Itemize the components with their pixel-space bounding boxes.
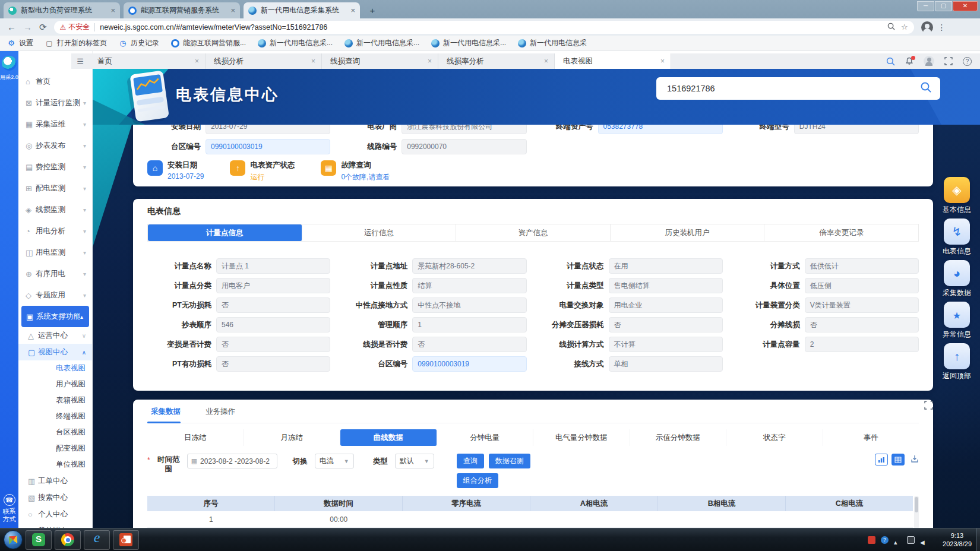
asset-search-box[interactable] xyxy=(656,77,940,100)
tab-close-icon[interactable]: × xyxy=(110,6,115,15)
type-select[interactable]: 默认 ▼ xyxy=(395,454,434,468)
sidebar-item[interactable]: 单位视图 xyxy=(18,457,92,473)
tray-icon[interactable] xyxy=(920,536,928,544)
sidebar-item[interactable]: 电表视图 xyxy=(18,360,92,376)
date-range-input[interactable]: ▦ 2023-08-2 -2023-08-2 xyxy=(187,454,277,468)
taskbar-app-button[interactable] xyxy=(26,530,52,550)
workspace-tab[interactable]: 首页 × xyxy=(89,53,206,69)
new-tab-button[interactable]: + xyxy=(365,4,380,17)
taskbar-app-button[interactable] xyxy=(84,530,110,550)
sidebar-item[interactable]: 系统支撑功能 ▴ xyxy=(21,306,89,327)
sidebar-item[interactable]: 我的消息 xyxy=(18,522,92,528)
float-nav-item[interactable]: 采集数据 xyxy=(944,260,973,298)
sidebar-item[interactable]: 采集运维 ▾ xyxy=(18,113,92,135)
data-type-tab[interactable]: 分钟电量 xyxy=(437,429,534,446)
tray-icon[interactable] xyxy=(907,536,915,544)
tab-close-icon[interactable]: × xyxy=(230,6,235,15)
tab-close-icon[interactable]: × xyxy=(195,57,199,65)
expand-icon[interactable] xyxy=(924,401,933,410)
chart-view-icon[interactable] xyxy=(875,454,888,466)
sidebar-item[interactable]: 台区视图 xyxy=(18,425,92,441)
sidebar-item[interactable]: 运营中心 ∨ xyxy=(18,327,92,344)
workspace-tab[interactable]: 线损率分析 × xyxy=(438,53,555,69)
table-view-icon[interactable] xyxy=(892,454,905,466)
meter-info-tab[interactable]: 运行信息 xyxy=(302,224,457,241)
browser-profile-avatar[interactable] xyxy=(921,21,933,33)
workspace-tab[interactable]: 电表视图 × xyxy=(555,53,671,69)
sidebar-item[interactable]: 费控监测 ▾ xyxy=(18,156,92,178)
combo-analysis-button[interactable]: 组合分析 xyxy=(457,473,498,488)
sidebar-item[interactable]: 视图中心 ∧ xyxy=(18,344,92,360)
float-nav-item[interactable]: 返回顶部 xyxy=(944,343,973,381)
data-type-tab[interactable]: 曲线数据 xyxy=(340,429,437,446)
data-type-tab[interactable]: 日冻结 xyxy=(147,429,244,446)
close-button[interactable]: ✕ xyxy=(953,1,978,11)
stat-item[interactable]: 电表资产状态 运行 xyxy=(230,160,295,182)
table-row[interactable]: 1 00:00 xyxy=(147,511,913,528)
sidebar-collapse-icon[interactable]: ☰ xyxy=(71,53,89,69)
sidebar-item[interactable]: 首页 xyxy=(18,71,92,92)
data-type-tab[interactable]: 月冻结 xyxy=(244,429,341,446)
data-recall-button[interactable]: 数据召测 xyxy=(489,454,530,468)
bookmark-item[interactable]: 新一代用电信息采... xyxy=(431,38,506,48)
stat-item[interactable]: 故障查询 0个故障,请查看 xyxy=(321,160,390,182)
maximize-button[interactable]: ▢ xyxy=(935,1,952,11)
url-field[interactable]: ⚠ 不安全 neweic.js.sgcc.com.cn/#/amteview/m… xyxy=(54,21,914,34)
bookmark-item[interactable]: 新一代用电信息采... xyxy=(258,38,333,48)
tab-close-icon[interactable]: × xyxy=(544,57,548,65)
sidebar-item[interactable]: 个人中心 xyxy=(18,506,92,522)
sidebar-item[interactable]: 终端视图 xyxy=(18,408,92,425)
float-nav-item[interactable]: 异常信息 xyxy=(944,302,973,340)
forward-icon[interactable]: → xyxy=(23,22,32,32)
show-desktop-button[interactable] xyxy=(976,528,980,551)
export-icon[interactable] xyxy=(911,455,919,464)
sidebar-item[interactable]: 搜索中心 xyxy=(18,489,92,506)
switch-select[interactable]: 电流 ▼ xyxy=(315,454,354,468)
meter-info-tab[interactable]: 计量点信息 xyxy=(148,224,302,241)
data-section-tab[interactable]: 业务操作 xyxy=(202,407,235,417)
data-type-tab[interactable]: 状态字 xyxy=(726,429,823,446)
sidebar-item[interactable]: 表箱视图 xyxy=(18,392,92,408)
sidebar-item[interactable]: 线损监测 ▾ xyxy=(18,199,92,220)
data-type-tab[interactable]: 电气量分钟数据 xyxy=(533,429,630,446)
data-type-tab[interactable]: 事件 xyxy=(823,429,919,446)
float-nav-item[interactable]: 电表信息 xyxy=(944,218,973,256)
search-icon[interactable] xyxy=(920,81,932,96)
sidebar-item[interactable]: 用电分析 ▾ xyxy=(18,220,92,242)
tab-close-icon[interactable]: × xyxy=(428,57,432,65)
bookmark-item[interactable]: 新一代用电信息采 xyxy=(518,38,587,48)
workspace-tab[interactable]: 线损分析 × xyxy=(206,53,322,69)
tray-icon[interactable] xyxy=(894,536,902,544)
browser-tab[interactable]: 能源互联网营销服务系统 × xyxy=(124,2,240,18)
asset-search-input[interactable] xyxy=(666,83,920,94)
tray-icon[interactable] xyxy=(881,536,889,544)
minimize-button[interactable]: ─ xyxy=(917,1,934,11)
data-section-tab[interactable]: 采集数据 xyxy=(147,407,181,417)
zoom-icon[interactable] xyxy=(887,23,895,32)
bookmark-item[interactable]: 打开新的标签页 xyxy=(45,38,107,48)
contact-block[interactable]: ☎ 联系 方式 xyxy=(0,494,18,523)
taskbar-clock[interactable]: 9:13 2023/8/29 xyxy=(943,531,972,548)
workspace-tab[interactable]: 线损查询 × xyxy=(322,53,438,69)
sidebar-item[interactable]: 专题应用 ▾ xyxy=(18,284,92,306)
user-avatar[interactable] xyxy=(924,56,934,66)
taskbar-app-button[interactable] xyxy=(113,530,139,550)
float-nav-item[interactable]: 基本信息 xyxy=(944,177,973,215)
help-icon[interactable]: ? xyxy=(963,57,972,66)
sidebar-item[interactable]: 有序用电 ▾ xyxy=(18,263,92,284)
sidebar-item[interactable]: 抄表发布 ▾ xyxy=(18,135,92,156)
start-button[interactable] xyxy=(4,530,23,549)
taskbar-app-button[interactable] xyxy=(55,530,81,550)
back-icon[interactable]: ← xyxy=(7,22,16,32)
sidebar-item[interactable]: 工单中心 xyxy=(18,473,92,489)
sidebar-item[interactable]: 计量运行监测 ▾ xyxy=(18,92,92,113)
tab-close-icon[interactable]: × xyxy=(350,6,355,15)
browser-menu-icon[interactable]: ⋮ xyxy=(938,23,946,32)
browser-tab[interactable]: 新一代用电信息采集系统 × xyxy=(244,2,360,18)
sidebar-item[interactable]: 用电监测 ▾ xyxy=(18,242,92,263)
meter-info-tab[interactable]: 倍率变更记录 xyxy=(764,224,918,241)
sidebar-item[interactable]: 用户视图 xyxy=(18,376,92,392)
meter-info-tab[interactable]: 历史装机用户 xyxy=(611,224,765,241)
bookmark-star-icon[interactable]: ☆ xyxy=(901,23,908,31)
tab-close-icon[interactable]: × xyxy=(311,57,315,65)
